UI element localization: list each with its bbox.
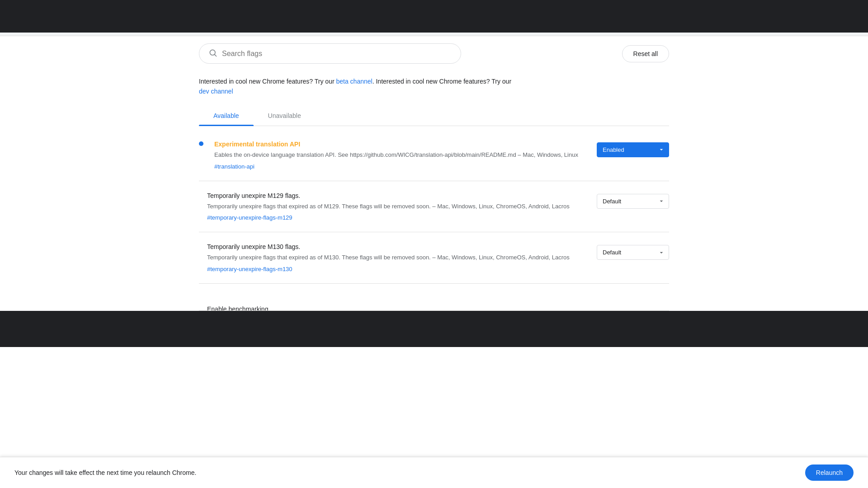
dev-channel-link[interactable]: dev channel (199, 88, 233, 95)
svg-point-0 (210, 50, 215, 55)
flag-active-dot (199, 141, 203, 146)
search-input[interactable] (222, 50, 452, 58)
svg-line-1 (215, 55, 217, 56)
flag-info: Temporarily unexpire M130 flags. Tempora… (199, 243, 586, 272)
flag-info: Temporarily unexpire M129 flags. Tempora… (199, 192, 586, 221)
info-text-before: Interested in cool new Chrome features? … (199, 78, 336, 85)
flag-select-translation-api[interactable]: Default Enabled Disabled (597, 142, 669, 157)
flag-control: Default Enabled Disabled (597, 194, 669, 209)
flag-description: Temporarily unexpire flags that expired … (207, 253, 586, 263)
flag-title: Enable benchmarking (207, 305, 669, 311)
info-text-middle: . Interested in cool new Chrome features… (373, 78, 511, 85)
flag-control: Default Enabled Disabled (597, 245, 669, 260)
flag-title: Experimental translation API (214, 141, 586, 148)
reset-all-button[interactable]: Reset all (622, 45, 669, 62)
flag-info: Enable benchmarking (199, 295, 669, 311)
flag-select-m129[interactable]: Default Enabled Disabled (597, 194, 669, 209)
flag-item-benchmarking: Enable benchmarking (199, 284, 669, 311)
browser-chrome (0, 33, 868, 36)
bottom-black-bar (0, 311, 868, 347)
flag-title: Temporarily unexpire M130 flags. (207, 243, 586, 250)
flag-item-m130: Temporarily unexpire M130 flags. Tempora… (199, 232, 669, 284)
flag-control: Default Enabled Disabled (597, 142, 669, 157)
flag-description: Temporarily unexpire flags that expired … (207, 202, 586, 211)
flag-link[interactable]: #temporary-unexpire-flags-m130 (207, 266, 292, 272)
flag-title: Temporarily unexpire M129 flags. (207, 192, 586, 199)
search-bar-container (199, 43, 461, 64)
beta-channel-link[interactable]: beta channel (336, 78, 372, 85)
tabs-container: Available Unavailable (199, 106, 669, 126)
search-icon (208, 48, 217, 59)
info-banner: Interested in cool new Chrome features? … (199, 71, 669, 106)
flag-description: Eables the on-device language translatio… (214, 150, 586, 160)
flag-item-m129: Temporarily unexpire M129 flags. Tempora… (199, 181, 669, 233)
flag-select-m130[interactable]: Default Enabled Disabled (597, 245, 669, 260)
tab-unavailable[interactable]: Unavailable (254, 106, 316, 126)
top-bar (0, 0, 868, 33)
flag-item-translation-api: Experimental translation API Eables the … (199, 130, 669, 181)
flag-link[interactable]: #temporary-unexpire-flags-m129 (207, 214, 292, 221)
tab-available[interactable]: Available (199, 106, 254, 126)
flags-list: Experimental translation API Eables the … (199, 126, 669, 311)
flag-link[interactable]: #translation-api (214, 163, 255, 170)
search-section: Reset all (199, 36, 669, 71)
page-container: Reset all Interested in cool new Chrome … (181, 36, 687, 311)
flag-info: Experimental translation API Eables the … (214, 141, 586, 170)
